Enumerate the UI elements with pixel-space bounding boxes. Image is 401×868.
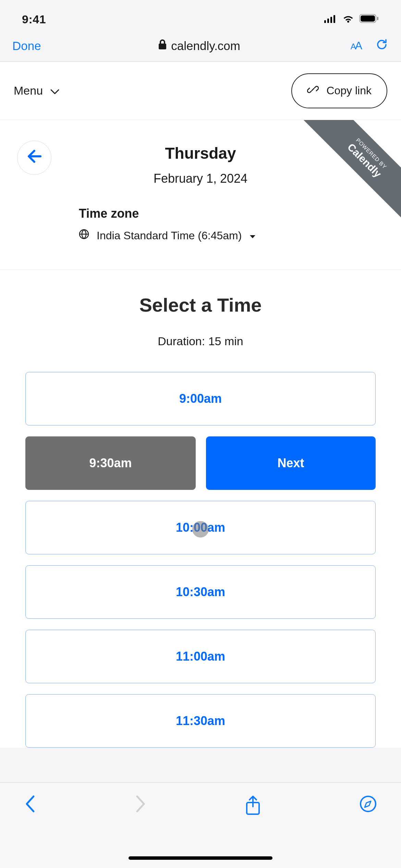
time-slot[interactable]: 11:30am: [25, 694, 376, 748]
copy-link-label: Copy link: [326, 84, 372, 97]
svg-rect-3: [333, 15, 335, 23]
powered-by-small: POWERED BY: [318, 120, 401, 207]
svg-rect-5: [361, 15, 375, 22]
date-string: February 1, 2024: [17, 171, 384, 186]
time-section: Select a Time Duration: 15 min 9:00am 9:…: [0, 270, 401, 748]
svg-rect-0: [324, 20, 326, 23]
timezone-value: India Standard Time (6:45am): [97, 229, 242, 242]
timezone-block: Time zone India Standard Time (6:45am): [17, 206, 384, 269]
svg-rect-2: [330, 17, 332, 23]
duration-label: Duration: 15 min: [25, 335, 376, 348]
timezone-selector[interactable]: India Standard Time (6:45am): [79, 229, 322, 242]
status-bar: 9:41: [0, 0, 401, 34]
time-slot[interactable]: 11:00am: [25, 630, 376, 683]
svg-rect-7: [159, 44, 166, 49]
status-icons: [324, 13, 379, 26]
text-size-button[interactable]: AA: [351, 39, 361, 52]
browser-url-bar: Done calendly.com AA: [0, 34, 401, 62]
share-button[interactable]: [245, 795, 261, 818]
lock-icon: [158, 39, 167, 53]
svg-rect-1: [327, 19, 329, 23]
back-button[interactable]: [17, 141, 51, 175]
next-button[interactable]: Next: [206, 436, 376, 490]
app-header: Menu Copy link: [0, 62, 401, 120]
status-time: 9:41: [22, 13, 46, 26]
select-time-title: Select a Time: [25, 294, 376, 316]
battery-icon: [359, 13, 379, 26]
link-icon: [307, 84, 319, 98]
done-button[interactable]: Done: [12, 39, 48, 53]
url-domain-text: calendly.com: [171, 39, 240, 53]
reload-button[interactable]: [375, 38, 389, 54]
caret-down-icon: [249, 229, 256, 242]
menu-label: Menu: [14, 84, 43, 97]
day-name: Thursday: [17, 144, 384, 162]
browser-bottom-bar: [0, 782, 401, 868]
url-display[interactable]: calendly.com: [48, 39, 351, 53]
chevron-down-icon: [50, 84, 59, 97]
cellular-icon: [324, 13, 337, 26]
time-slot-selected[interactable]: 9:30am: [25, 436, 196, 490]
svg-rect-6: [377, 17, 378, 20]
globe-icon: [79, 229, 89, 242]
wifi-icon: [342, 13, 354, 26]
arrow-left-icon: [26, 149, 42, 166]
svg-point-10: [361, 796, 376, 811]
time-slot-list: 9:00am 9:30am Next 10:00am 10:30am 11:00…: [25, 372, 376, 748]
time-slot[interactable]: 10:30am: [25, 565, 376, 619]
home-indicator: [129, 856, 272, 860]
safari-compass-button[interactable]: [359, 795, 377, 816]
touch-indicator: [192, 521, 209, 538]
date-header-card: POWERED BY Calendly Thursday February 1,…: [0, 120, 401, 270]
timezone-label: Time zone: [79, 206, 322, 221]
copy-link-button[interactable]: Copy link: [291, 73, 387, 108]
nav-forward-button[interactable]: [134, 795, 147, 816]
menu-button[interactable]: Menu: [14, 84, 59, 97]
time-slot[interactable]: 9:00am: [25, 372, 376, 425]
nav-back-button[interactable]: [24, 795, 36, 816]
